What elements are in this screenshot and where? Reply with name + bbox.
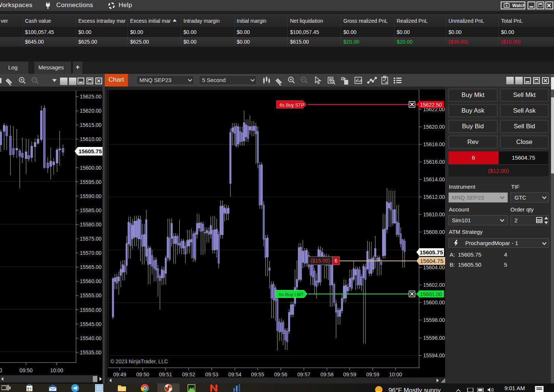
svg-text:15600.00: 15600.00 [423, 300, 445, 305]
svg-text:15604.00: 15604.00 [423, 264, 445, 270]
svg-text:09:58: 09:58 [320, 371, 333, 377]
svg-text:09:56: 09:56 [274, 371, 287, 377]
svg-text:15540.00: 15540.00 [80, 335, 102, 341]
svg-text:15560.00: 15560.00 [80, 278, 102, 284]
svg-text:6: 6 [335, 258, 338, 264]
svg-text:15604.75: 15604.75 [420, 258, 444, 264]
svg-text:15601.00: 15601.00 [420, 291, 442, 297]
svg-text:6s Buy STP: 6s Buy STP [280, 103, 304, 108]
svg-text:15580.00: 15580.00 [80, 222, 102, 228]
svg-text:09:50: 09:50 [136, 371, 149, 377]
svg-text:15618.00: 15618.00 [423, 141, 445, 147]
svg-text:09:59: 09:59 [366, 371, 379, 377]
svg-text:15615.00: 15615.00 [80, 122, 102, 128]
svg-text:09:40: 09:40 [0, 367, 2, 373]
svg-text:09:57: 09:57 [297, 371, 310, 377]
svg-text:15608.00: 15608.00 [423, 229, 445, 235]
svg-text:15625.00: 15625.00 [80, 94, 102, 100]
svg-text:($15.00): ($15.00) [311, 258, 330, 264]
svg-text:15610.00: 15610.00 [80, 136, 102, 142]
svg-text:09:49: 09:49 [113, 371, 126, 377]
svg-text:15614.00: 15614.00 [423, 176, 445, 182]
svg-text:09:54: 09:54 [228, 371, 241, 377]
svg-text:15605.75: 15605.75 [79, 148, 102, 154]
svg-text:15616.00: 15616.00 [423, 159, 445, 165]
svg-text:15545.00: 15545.00 [80, 321, 102, 327]
svg-text:15622.50: 15622.50 [420, 102, 442, 108]
svg-text:09:50: 09:50 [19, 367, 32, 373]
svg-text:15620.00: 15620.00 [423, 124, 445, 130]
svg-text:15596.00: 15596.00 [423, 335, 445, 341]
svg-text:15605.75: 15605.75 [420, 249, 443, 255]
svg-text:09:59: 09:59 [343, 371, 356, 377]
svg-text:15565.00: 15565.00 [80, 264, 102, 270]
svg-text:15602.00: 15602.00 [423, 282, 445, 288]
svg-text:15585.00: 15585.00 [80, 207, 102, 213]
svg-text:15550.00: 15550.00 [80, 307, 102, 313]
svg-text:15600.00: 15600.00 [80, 165, 102, 171]
svg-text:10:00: 10:00 [389, 371, 402, 377]
svg-text:15575.00: 15575.00 [80, 236, 102, 242]
svg-text:15595.00: 15595.00 [80, 179, 102, 185]
svg-text:09:53: 09:53 [205, 371, 218, 377]
svg-text:09:51: 09:51 [159, 371, 172, 377]
svg-text:15620.00: 15620.00 [80, 108, 102, 114]
svg-text:© 2023 NinjaTrader, LLC: © 2023 NinjaTrader, LLC [110, 358, 168, 364]
svg-text:09:52: 09:52 [182, 371, 195, 377]
svg-text:15598.00: 15598.00 [423, 317, 445, 323]
svg-text:15555.00: 15555.00 [80, 292, 102, 298]
svg-text:15590.00: 15590.00 [80, 193, 102, 199]
svg-text:15610.00: 15610.00 [423, 211, 445, 217]
svg-text:15612.00: 15612.00 [423, 194, 445, 200]
svg-text:6s Buy LMT: 6s Buy LMT [279, 292, 304, 297]
svg-text:10:00: 10:00 [50, 367, 63, 373]
svg-text:15535.00: 15535.00 [80, 349, 102, 355]
svg-text:09:55: 09:55 [251, 371, 264, 377]
svg-text:15570.00: 15570.00 [80, 250, 102, 256]
svg-text:15594.00: 15594.00 [423, 352, 445, 358]
